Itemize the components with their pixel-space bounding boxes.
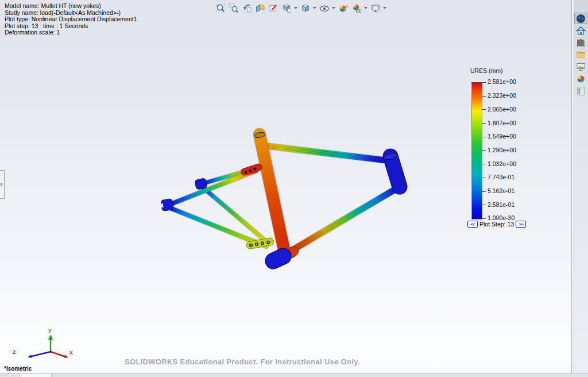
triad-origin	[49, 351, 52, 353]
view-orientation-label: *Isometric	[4, 366, 32, 372]
section-view-button[interactable]	[254, 2, 266, 14]
display-style-button[interactable]	[299, 2, 311, 14]
plot-step-label: Plot Step: 13	[479, 221, 514, 228]
apply-scene-icon	[351, 3, 362, 13]
previous-view-button[interactable]	[241, 2, 253, 14]
heads-up-toolbar	[214, 2, 387, 14]
view-palette-icon	[576, 62, 586, 72]
apply-scene-dropdown[interactable]	[363, 2, 368, 14]
hide-show-items-dropdown[interactable]	[331, 2, 336, 14]
section-view-icon	[255, 3, 265, 13]
legend-value: 7.743e-01	[488, 174, 514, 180]
custom-properties-button[interactable]	[574, 85, 587, 97]
legend-value: 2.581e-01	[488, 202, 514, 208]
legend-value: 2.581e+00	[488, 79, 516, 85]
bike-frame-model	[161, 132, 400, 261]
model-tab-edge[interactable]	[19, 374, 52, 377]
legend-value: 1.032e+00	[488, 161, 516, 167]
view-settings-icon	[370, 3, 381, 13]
file-explorer-button[interactable]	[574, 49, 587, 60]
zoom-to-area-icon	[229, 3, 239, 13]
edit-appearance-icon	[338, 3, 349, 13]
display-style-icon	[300, 3, 311, 13]
zoom-to-fit-icon	[215, 3, 226, 13]
status-bar-edge	[0, 373, 588, 377]
legend-value: 1.807e+00	[488, 120, 516, 126]
view-orientation-button[interactable]	[280, 2, 292, 14]
seat-stay-near	[169, 171, 256, 205]
y-axis-label: Y	[48, 328, 52, 334]
bottom-bracket	[273, 256, 283, 261]
legend-color-bar	[471, 82, 482, 220]
apply-scene-button[interactable]	[350, 2, 362, 14]
legend-title: URES (mm)	[470, 67, 503, 74]
educational-watermark: SOLIDWORKS Educational Product. For Inst…	[125, 357, 360, 366]
task-pane-home-button[interactable]	[574, 25, 587, 36]
folder-icon	[576, 50, 586, 60]
solidworks-resources-globe-icon	[576, 14, 586, 24]
view-orientation-dropdown[interactable]	[293, 2, 298, 14]
appearances-ball-icon	[576, 74, 586, 84]
plot-step-prev-button[interactable]: <<	[467, 221, 478, 228]
legend-value: 5.162e-01	[488, 188, 514, 194]
view-palette-button[interactable]	[574, 61, 587, 72]
x-axis-arrow	[64, 355, 68, 358]
x-axis-label: X	[69, 350, 73, 356]
result-legend: URES (mm) 2.581e+00 2.323e+00 2.065e+00 …	[467, 67, 533, 234]
hide-show-items-icon	[319, 3, 330, 13]
legend-value: 1.290e+00	[488, 147, 516, 153]
hide-show-items-button[interactable]	[318, 2, 330, 14]
view-settings-dropdown[interactable]	[382, 2, 387, 14]
legend-value: 2.323e+00	[488, 93, 516, 99]
study-info-block: Model name: Mullet HT (new yokes) Study …	[5, 3, 137, 36]
design-library-button[interactable]	[574, 37, 587, 48]
display-style-dropdown[interactable]	[312, 2, 317, 14]
zoom-to-area-button[interactable]	[227, 2, 239, 14]
legend-value: 2.065e+00	[488, 106, 516, 113]
model-name-line: Model name: Mullet HT (new yokes)	[5, 3, 137, 10]
feature-manager-collapsed-tab[interactable]	[0, 170, 5, 199]
appearances-scenes-button[interactable]	[574, 73, 587, 84]
previous-view-icon	[242, 3, 252, 13]
edit-appearance-button[interactable]	[337, 2, 349, 14]
orientation-triad: Y X Z	[13, 328, 73, 358]
solidworks-viewport-window: Y X Z Model name: Mullet HT (new yokes) …	[0, 0, 588, 377]
custom-properties-icon	[576, 86, 586, 96]
plot-step-controls: << Plot Step: 13 >>	[467, 221, 526, 228]
solidworks-resources-button[interactable]	[574, 13, 587, 24]
dynamic-annotation-icon	[268, 3, 278, 13]
view-settings-button[interactable]	[369, 2, 381, 14]
home-icon	[576, 26, 586, 36]
view-orientation-icon	[281, 3, 292, 13]
z-axis-label: Z	[13, 349, 16, 355]
head-tube	[390, 156, 400, 187]
plot-step-next-button[interactable]: >>	[516, 221, 526, 228]
z-axis-arrow	[28, 355, 32, 358]
deformation-scale-line: Deformation scale: 1	[5, 29, 137, 36]
legend-value: 1.549e+00	[488, 133, 516, 140]
y-axis-arrow	[48, 334, 53, 340]
design-library-icon	[576, 38, 586, 48]
dynamic-annotation-button[interactable]	[267, 2, 279, 14]
zoom-to-fit-button[interactable]	[214, 2, 226, 14]
